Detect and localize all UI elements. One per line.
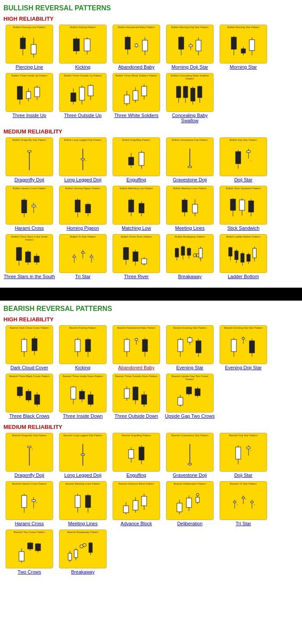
pattern-name-long-legged-doji-b[interactable]: Long Legged Doji bbox=[64, 177, 101, 182]
pattern-name-morning-doji-star[interactable]: Morning Doji Star bbox=[172, 64, 208, 70]
pattern-card-doji-star-b[interactable]: Bullish Doji Star Pattern + bbox=[220, 137, 267, 176]
pattern-card-evening-doji-star[interactable]: Bearish Evening Doji Star Pattern + bbox=[220, 325, 267, 364]
three-white-soldiers-icon bbox=[119, 82, 154, 108]
pattern-name-ladder-bottom[interactable]: Ladder Bottom bbox=[228, 274, 259, 279]
pattern-name-three-black-crows[interactable]: Three Black Crows bbox=[9, 413, 50, 419]
pattern-name-evening-star[interactable]: Evening Star bbox=[176, 365, 204, 370]
pattern-card-abandoned-baby-b[interactable]: Bullish Abandoned Baby Pattern + bbox=[113, 25, 160, 63]
pattern-card-harami-cross-b[interactable]: Bullish Harami Cross Pattern + bbox=[6, 186, 53, 225]
pattern-name-long-legged-doji-bearish[interactable]: Long Legged Doji bbox=[64, 473, 101, 478]
pattern-card-gravestone-doji-bearish[interactable]: Bearish Gravestone Doji Pattern bbox=[166, 433, 214, 472]
pattern-name-breakaway-bearish[interactable]: Breakaway bbox=[71, 569, 94, 574]
pattern-card-tri-star-b[interactable]: Bullish Tri Star Pattern + + + bbox=[59, 234, 107, 273]
pattern-card-evening-star[interactable]: Bearish Evening Star Pattern + bbox=[166, 325, 214, 364]
pattern-card-three-inside-up[interactable]: Bullish Three Inside Up Pattern bbox=[6, 73, 53, 112]
pattern-name-meeting-lines-b[interactable]: Meeting Lines bbox=[175, 225, 205, 231]
pattern-card-breakaway-b[interactable]: Bullish Breakaway Pattern bbox=[166, 234, 214, 273]
pattern-card-kicking-bearish[interactable]: Bearish Kicking Pattern bbox=[59, 325, 107, 364]
pattern-name-concealing-baby-swallow[interactable]: Concealing BabySwallow bbox=[172, 113, 208, 123]
pattern-card-three-outside-down[interactable]: Bearish Three Outside Down Pattern bbox=[113, 374, 160, 412]
pattern-card-homing-pigeon[interactable]: Bullish Homing Pigeon Pattern bbox=[59, 186, 107, 225]
pattern-card-long-legged-doji-bearish[interactable]: Bearish Long Legged Doji Pattern bbox=[59, 433, 107, 472]
pattern-card-three-outside-up[interactable]: Bullish Three Outside Up Pattern bbox=[59, 73, 107, 112]
pattern-card-meeting-lines-b[interactable]: Bullish Meeting Lines Pattern bbox=[166, 186, 214, 225]
pattern-card-stick-sandwich[interactable]: Bullish Stick Sandwich Pattern bbox=[220, 186, 267, 225]
pattern-name-tri-star-b[interactable]: Tri Star bbox=[75, 274, 91, 279]
pattern-name-harami-cross-bearish[interactable]: Harami Cross bbox=[15, 521, 44, 526]
pattern-name-meeting-lines-bearish[interactable]: Meeting Lines bbox=[68, 521, 98, 526]
pattern-name-engulfing-bearish[interactable]: Engulfing bbox=[126, 473, 146, 478]
pattern-card-ladder-bottom[interactable]: Bullish Ladder Bottom Pattern bbox=[220, 234, 267, 273]
pattern-name-two-crows[interactable]: Two Crows bbox=[18, 569, 41, 574]
pattern-card-abandoned-baby-bearish[interactable]: Bearish Abandoned Baby Pattern + bbox=[113, 325, 160, 364]
pattern-card-concealing-baby-swallow[interactable]: Bullish Concealing Baby Swallow Pattern bbox=[166, 73, 214, 112]
pattern-name-tri-star-bearish[interactable]: Tri Star bbox=[236, 521, 251, 526]
pattern-card-two-crows[interactable]: Bearish Two Crows Pattern bbox=[6, 530, 53, 568]
svg-rect-92 bbox=[249, 201, 254, 212]
pattern-name-evening-doji-star[interactable]: Evening Doji Star bbox=[225, 365, 262, 370]
pattern-name-breakaway-b[interactable]: Breakaway bbox=[178, 274, 201, 279]
dragonfly-doji-bearish-icon: T bbox=[12, 442, 47, 468]
svg-rect-14 bbox=[142, 40, 148, 51]
list-item: Bullish Stick Sandwich Pattern Stick San… bbox=[217, 186, 269, 231]
pattern-card-matching-low[interactable]: Bullish Matching Low Pattern bbox=[113, 186, 160, 225]
pattern-card-dragonfly-doji-b[interactable]: Bullish Dragonfly Doji Pattern bbox=[6, 137, 53, 176]
pattern-card-deliberation[interactable]: Bearish Deliberation Pattern bbox=[166, 481, 214, 520]
pattern-name-upside-gap-two-crows[interactable]: Upside Gap Two Crows bbox=[165, 413, 214, 419]
pattern-card-kicking[interactable]: Bullish Kicking Pattern bbox=[59, 25, 107, 63]
pattern-name-homing-pigeon[interactable]: Homing Pigeon bbox=[66, 225, 99, 231]
pattern-name-three-inside-down[interactable]: Three Inside Down bbox=[63, 413, 103, 419]
pattern-name-three-white-soldiers[interactable]: Three White Soldiers bbox=[114, 113, 159, 118]
pattern-name-matching-low[interactable]: Matching Low bbox=[122, 225, 151, 231]
pattern-card-three-inside-down[interactable]: Bearish Three Inside Down Pattern bbox=[59, 374, 107, 412]
pattern-card-engulfing-b[interactable]: Bullish Engulfing Pattern bbox=[113, 137, 160, 176]
pattern-card-breakaway-bearish[interactable]: Bearish Breakaway Pattern bbox=[59, 530, 107, 568]
pattern-card-upside-gap-two-crows[interactable]: Bearish Upside Gap Two Crows Pattern bbox=[166, 374, 214, 412]
pattern-name-piercing-line[interactable]: Piercing Line bbox=[16, 64, 43, 70]
pattern-name-three-outside-up[interactable]: Three Outside Up bbox=[64, 113, 102, 118]
pattern-name-dragonfly-doji-bearish[interactable]: Dragonfly Doji bbox=[14, 473, 44, 478]
pattern-name-gravestone-doji-bearish[interactable]: Gravestone Doji bbox=[173, 473, 207, 478]
pattern-name-three-inside-up[interactable]: Three Inside Up bbox=[13, 113, 46, 118]
pattern-name-morning-star[interactable]: Morning Star bbox=[230, 64, 257, 70]
pattern-name-engulfing-b[interactable]: Engulfing bbox=[126, 177, 146, 182]
pattern-card-tri-star-bearish[interactable]: Bearish Tri Star Pattern + + + bbox=[220, 481, 267, 520]
pattern-card-three-stars-south[interactable]: Bullish Three Stars in the South Pattern bbox=[6, 234, 53, 273]
pattern-card-dragonfly-doji-bearish[interactable]: Bearish Dragonfly Doji Pattern T bbox=[6, 433, 53, 472]
pattern-name-abandoned-baby-bearish[interactable]: Abandoned Baby bbox=[118, 365, 154, 370]
pattern-card-three-white-soldiers[interactable]: Bullish Three White Soldiers Pattern bbox=[113, 73, 160, 112]
pattern-card-harami-cross-bearish[interactable]: Bearish Harami Cross Pattern + bbox=[6, 481, 53, 520]
pattern-name-dark-cloud-cover[interactable]: Dark Cloud Cover bbox=[10, 365, 48, 370]
evening-star-icon: + bbox=[173, 334, 207, 360]
pattern-name-three-river[interactable]: Three River bbox=[124, 274, 148, 279]
pattern-card-morning-doji-star[interactable]: Bullish Morning Doji Star Pattern bbox=[166, 25, 214, 63]
pattern-card-piercing-line[interactable]: Bullish Piercing Line Pattern bbox=[6, 25, 53, 63]
pattern-card-long-legged-doji-b[interactable]: Bullish Long Legged Doji Pattern + bbox=[59, 137, 107, 176]
pattern-name-deliberation[interactable]: Deliberation bbox=[177, 521, 203, 526]
pattern-card-engulfing-bearish[interactable]: Bearish Engulfing Pattern bbox=[113, 433, 160, 472]
pattern-name-dragonfly-doji-b[interactable]: Dragonfly Doji bbox=[14, 177, 44, 182]
pattern-card-dark-cloud-cover[interactable]: Bearish Dark Cloud Cover Pattern bbox=[6, 325, 53, 364]
pattern-name-gravestone-doji-b[interactable]: Gravestone Doji bbox=[173, 177, 207, 182]
pattern-card-three-black-crows[interactable]: Bearish Three Black Crows Pattern bbox=[6, 374, 53, 412]
pattern-name-kicking[interactable]: Kicking bbox=[75, 64, 90, 70]
pattern-name-kicking-bearish[interactable]: Kicking bbox=[75, 365, 90, 370]
pattern-name-three-stars-south[interactable]: Three Stars in the South bbox=[3, 274, 55, 279]
pattern-card-morning-star[interactable]: Bullish Morning Star Pattern ☆ bbox=[220, 25, 267, 63]
svg-rect-98 bbox=[34, 256, 39, 262]
list-item: Bearish Harami Cross Pattern + Harami Cr… bbox=[3, 481, 55, 526]
pattern-card-three-river[interactable]: Bullish Three River Pattern bbox=[113, 234, 160, 273]
pattern-card-advance-block[interactable]: Bearish Advance Block Pattern bbox=[113, 481, 160, 520]
svg-rect-139 bbox=[75, 339, 80, 352]
list-item: Bullish Three Outside Up Pattern Three O… bbox=[57, 73, 109, 123]
pattern-name-harami-cross-b[interactable]: Harami Cross bbox=[15, 225, 44, 231]
pattern-name-three-outside-down[interactable]: Three Outside Down bbox=[115, 413, 158, 419]
pattern-card-meeting-lines-bearish[interactable]: Bearish Meeting Lines Pattern bbox=[59, 481, 107, 520]
pattern-name-doji-star-b[interactable]: Doji Star bbox=[234, 177, 252, 182]
pattern-card-doji-star-bearish[interactable]: Bearish Doji Star Pattern + bbox=[220, 433, 267, 472]
pattern-name-stick-sandwich[interactable]: Stick Sandwich bbox=[227, 225, 260, 231]
pattern-name-advance-block[interactable]: Advance Block bbox=[121, 521, 152, 526]
pattern-name-abandoned-baby-b[interactable]: Abandoned Baby bbox=[118, 64, 154, 70]
pattern-card-gravestone-doji-b[interactable]: Bullish Gravestone Doji Pattern bbox=[166, 137, 214, 176]
pattern-name-doji-star-bearish[interactable]: Doji Star bbox=[234, 473, 252, 478]
